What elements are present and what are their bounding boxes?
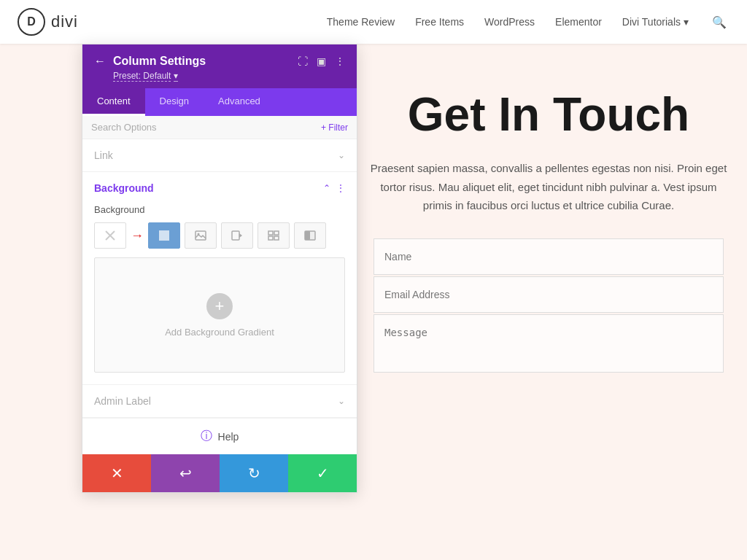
bg-type-video-button[interactable] bbox=[221, 222, 253, 249]
color-bg-icon bbox=[159, 230, 169, 241]
name-input[interactable] bbox=[374, 238, 724, 275]
message-input[interactable] bbox=[374, 314, 724, 373]
column-settings-panel: ← Column Settings ⛶ ▣ ⋮ Preset: Default … bbox=[82, 44, 357, 493]
nav-divi-tutorials[interactable]: Divi Tutorials ▾ bbox=[622, 16, 689, 28]
panel-body: Link ⌄ Background ⌃ ⋮ Background bbox=[82, 139, 357, 454]
navbar: D divi Theme Review Free Items WordPress… bbox=[0, 0, 747, 44]
bg-type-image-button[interactable] bbox=[185, 222, 217, 249]
admin-label-section: Admin Label ⌄ bbox=[82, 385, 357, 418]
svg-rect-5 bbox=[232, 231, 239, 240]
nav-free-items[interactable]: Free Items bbox=[415, 16, 464, 28]
tab-advanced[interactable]: Advanced bbox=[204, 88, 275, 116]
admin-label-title: Admin Label bbox=[94, 395, 151, 407]
panel-header-top: ← Column Settings ⛶ ▣ ⋮ bbox=[94, 55, 345, 68]
panel-title-group: ← Column Settings bbox=[94, 55, 206, 68]
link-section: Link ⌄ bbox=[82, 139, 357, 172]
nav-elementor[interactable]: Elementor bbox=[555, 16, 602, 28]
chevron-down-icon: ▾ bbox=[684, 16, 689, 28]
more-options-icon[interactable]: ⋮ bbox=[335, 55, 345, 67]
background-more-icon[interactable]: ⋮ bbox=[336, 183, 345, 193]
site-logo[interactable]: D divi bbox=[18, 8, 78, 36]
logo-icon: D bbox=[18, 8, 45, 36]
mask-bg-icon bbox=[304, 230, 316, 241]
help-icon: ⓘ bbox=[201, 429, 212, 444]
tab-content[interactable]: Content bbox=[82, 88, 145, 116]
background-header-icons: ⌃ ⋮ bbox=[323, 183, 345, 193]
gradient-add-area: + Add Background Gradient bbox=[94, 257, 345, 373]
search-options-placeholder: Search Options bbox=[91, 122, 157, 133]
background-chevron-up-icon: ⌃ bbox=[323, 183, 330, 193]
fullscreen-icon[interactable]: ⛶ bbox=[298, 55, 308, 67]
panel-tabs: Content Design Advanced bbox=[82, 88, 357, 116]
svg-rect-9 bbox=[268, 236, 273, 240]
panel-title: Column Settings bbox=[113, 55, 206, 68]
help-row: ⓘ Help bbox=[82, 418, 357, 454]
logo-text: divi bbox=[51, 12, 78, 31]
redo-button[interactable]: ↻ bbox=[220, 454, 288, 492]
link-section-header[interactable]: Link ⌄ bbox=[82, 139, 357, 171]
background-label: Background bbox=[94, 204, 345, 215]
panel-search-bar: Search Options + Filter bbox=[82, 116, 357, 139]
contact-form bbox=[374, 238, 724, 373]
svg-rect-2 bbox=[159, 230, 169, 241]
image-bg-icon bbox=[195, 230, 206, 241]
main-area: Get In Touch Praesent sapien massa, conv… bbox=[0, 44, 747, 560]
undo-button[interactable]: ↩ bbox=[151, 454, 220, 492]
panel-actions: ✕ ↩ ↻ ✓ bbox=[82, 454, 357, 492]
filter-button[interactable]: + Filter bbox=[321, 122, 348, 133]
add-gradient-button[interactable]: + bbox=[206, 293, 233, 319]
no-bg-icon bbox=[105, 230, 115, 241]
bg-type-pattern-button[interactable] bbox=[258, 222, 290, 249]
email-input[interactable] bbox=[374, 276, 724, 313]
admin-label-chevron-down-icon: ⌄ bbox=[338, 396, 345, 406]
nav-theme-review[interactable]: Theme Review bbox=[327, 16, 395, 28]
back-arrow-icon[interactable]: ← bbox=[94, 55, 106, 68]
svg-rect-12 bbox=[305, 231, 310, 240]
bg-type-color-button[interactable] bbox=[148, 222, 180, 249]
admin-label-header[interactable]: Admin Label ⌄ bbox=[82, 385, 357, 417]
columns-icon[interactable]: ▣ bbox=[317, 55, 326, 67]
cancel-button[interactable]: ✕ bbox=[82, 454, 151, 492]
site-heading: Get In Touch bbox=[408, 88, 689, 141]
bg-type-none-button[interactable] bbox=[94, 222, 126, 249]
background-section-title: Background bbox=[94, 182, 154, 194]
background-section-header[interactable]: Background ⌃ ⋮ bbox=[82, 172, 357, 204]
background-type-row: → bbox=[94, 222, 345, 249]
red-arrow-indicator: → bbox=[131, 228, 144, 244]
search-icon[interactable]: 🔍 bbox=[709, 12, 729, 32]
background-section-content: Background → bbox=[82, 204, 357, 384]
pattern-bg-icon bbox=[268, 230, 279, 241]
link-section-title: Link bbox=[94, 149, 113, 161]
svg-marker-6 bbox=[239, 233, 242, 238]
add-gradient-label: Add Background Gradient bbox=[165, 327, 274, 338]
bg-type-mask-button[interactable] bbox=[294, 222, 326, 249]
panel-header: ← Column Settings ⛶ ▣ ⋮ Preset: Default … bbox=[82, 44, 357, 88]
site-paragraph: Praesent sapien massa, convallis a pelle… bbox=[366, 159, 731, 215]
panel-header-icons: ⛶ ▣ ⋮ bbox=[298, 55, 345, 67]
link-chevron-down-icon: ⌄ bbox=[338, 150, 345, 160]
background-section: Background ⌃ ⋮ Background → bbox=[82, 172, 357, 385]
help-label[interactable]: Help bbox=[218, 431, 239, 443]
save-button[interactable]: ✓ bbox=[288, 454, 357, 492]
nav-links: Theme Review Free Items WordPress Elemen… bbox=[327, 12, 729, 32]
tab-design[interactable]: Design bbox=[145, 88, 204, 116]
video-bg-icon bbox=[231, 230, 243, 241]
nav-wordpress[interactable]: WordPress bbox=[484, 16, 535, 28]
svg-rect-7 bbox=[268, 231, 273, 235]
svg-rect-8 bbox=[274, 231, 279, 235]
panel-preset[interactable]: Preset: Default ▾ bbox=[113, 71, 345, 81]
svg-rect-10 bbox=[274, 236, 279, 240]
